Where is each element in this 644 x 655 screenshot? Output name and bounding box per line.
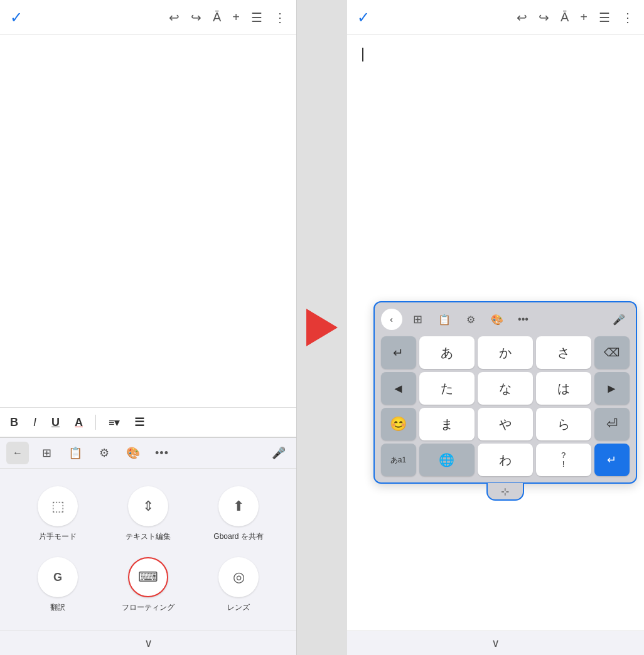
share-icon: ⬆ — [218, 486, 259, 526]
left-panel: ✓ ↩ ↪ Ā + ☰ ⋮ B I U A ≡▾ ☰ ← ⊞ 📋 ⚙ 🎨 •••… — [0, 0, 297, 655]
translate-icon: G — [38, 557, 78, 597]
left-toolbar: ✓ ↩ ↪ Ā + ☰ ⋮ — [0, 0, 296, 35]
right-add-icon[interactable]: + — [580, 10, 588, 24]
fk-ha-key[interactable]: は — [536, 372, 591, 405]
redo-icon[interactable]: ↪ — [191, 10, 201, 25]
kb-emoji-board-icon[interactable]: ⊞ — [35, 442, 58, 464]
floating-keyboard: ‹ ⊞ 📋 ⚙ 🎨 ••• 🎤 ↵ あ か さ ⌫ ◄ た な — [373, 301, 637, 484]
fk-dots-icon[interactable]: ••• — [513, 309, 534, 330]
fk-drag-handle[interactable]: ⊹ — [486, 483, 524, 501]
underline-button[interactable]: U — [49, 413, 62, 432]
left-keyboard-area: ← ⊞ 📋 ⚙ 🎨 ••• 🎤 ⬚ 片手モード ⇕ テキスト編集 ⬆ Gboar… — [0, 437, 296, 655]
right-more-icon[interactable]: ⋮ — [621, 10, 634, 25]
lens-label: レンズ — [227, 602, 250, 613]
one-hand-menu-item[interactable]: ⬚ 片手モード — [13, 479, 103, 550]
list-button[interactable]: ☰ — [132, 413, 147, 432]
bold-button[interactable]: B — [8, 413, 21, 432]
kb-menu-grid: ⬚ 片手モード ⇕ テキスト編集 ⬆ Gboard を共有 G 翻訳 ⌨ フロー… — [0, 469, 296, 631]
fk-toolbar: ‹ ⊞ 📋 ⚙ 🎨 ••• 🎤 — [378, 306, 632, 334]
fk-ya-key[interactable]: や — [478, 408, 533, 440]
text-format-icon[interactable]: Ā — [213, 10, 221, 24]
align-button[interactable]: ≡▾ — [106, 414, 122, 431]
comment-icon[interactable]: ☰ — [251, 10, 262, 25]
drag-icon: ⊹ — [501, 486, 509, 498]
fk-back-icon[interactable]: ‹ — [381, 309, 402, 330]
floating-label: フローティング — [122, 602, 174, 613]
left-bottom-bar: ∨ — [0, 631, 296, 655]
fk-ra-key[interactable]: ら — [536, 408, 591, 440]
kb-dots-icon[interactable]: ••• — [151, 442, 173, 464]
text-edit-menu-item[interactable]: ⇕ テキスト編集 — [103, 479, 193, 550]
right-comment-icon[interactable]: ☰ — [599, 10, 610, 25]
fk-submit-key[interactable]: ↵ — [594, 444, 630, 476]
share-label: Gboard を共有 — [213, 531, 263, 542]
format-toolbar: B I U A ≡▾ ☰ — [0, 407, 296, 437]
fk-emoji-key[interactable]: 😊 — [381, 408, 416, 440]
right-undo-icon[interactable]: ↩ — [517, 10, 527, 25]
fk-ka-key[interactable]: か — [478, 336, 533, 369]
right-arrow-icon — [306, 309, 338, 346]
fk-punctuation-key[interactable]: ?! — [536, 444, 591, 476]
more-icon[interactable]: ⋮ — [274, 10, 286, 25]
italic-button[interactable]: I — [31, 413, 39, 432]
share-menu-item[interactable]: ⬆ Gboard を共有 — [193, 479, 284, 550]
add-icon[interactable]: + — [232, 10, 240, 24]
fk-ta-key[interactable]: た — [419, 372, 475, 405]
right-redo-icon[interactable]: ↪ — [539, 10, 549, 25]
right-panel: ✓ ↩ ↪ Ā + ☰ ⋮ ‹ ⊞ 📋 ⚙ 🎨 ••• 🎤 — [347, 0, 644, 655]
fk-wa-key[interactable]: わ — [478, 444, 533, 476]
arrow-divider — [297, 0, 347, 655]
fk-backspace-key[interactable]: ⌫ — [594, 336, 630, 369]
floating-icon: ⌨ — [128, 557, 168, 597]
one-hand-icon: ⬚ — [38, 486, 78, 526]
right-text-format-icon[interactable]: Ā — [561, 10, 569, 24]
fk-na-key[interactable]: な — [478, 372, 533, 405]
floating-menu-item[interactable]: ⌨ フローティング — [103, 550, 193, 620]
fk-globe-key[interactable]: 🌐 — [419, 444, 475, 476]
kb-settings-icon[interactable]: ⚙ — [93, 442, 115, 464]
text-cursor — [362, 48, 363, 61]
check-icon[interactable]: ✓ — [10, 9, 23, 26]
right-toolbar: ✓ ↩ ↪ Ā + ☰ ⋮ — [347, 0, 644, 35]
lens-icon: ◎ — [218, 557, 259, 597]
fk-left-key[interactable]: ◄ — [381, 372, 416, 405]
fk-right-key[interactable]: ► — [594, 372, 630, 405]
floating-keyboard-wrapper: ‹ ⊞ 📋 ⚙ 🎨 ••• 🎤 ↵ あ か さ ⌫ ◄ た な — [378, 301, 631, 501]
fk-mic-icon[interactable]: 🎤 — [608, 309, 630, 330]
lens-menu-item[interactable]: ◎ レンズ — [193, 550, 284, 620]
translate-menu-item[interactable]: G 翻訳 — [13, 550, 103, 620]
one-hand-label: 片手モード — [39, 531, 77, 542]
fk-palette-icon[interactable]: 🎨 — [486, 309, 508, 330]
left-doc-area — [0, 35, 296, 407]
right-check-icon[interactable]: ✓ — [357, 9, 370, 26]
undo-icon[interactable]: ↩ — [169, 10, 180, 25]
fk-settings-icon[interactable]: ⚙ — [460, 309, 481, 330]
kb-back-icon[interactable]: ← — [6, 442, 29, 464]
fk-emoji-board-icon[interactable]: ⊞ — [407, 309, 429, 330]
left-chevron-icon[interactable]: ∨ — [144, 636, 153, 650]
fmt-divider — [95, 415, 96, 430]
fk-clipboard-icon[interactable]: 📋 — [434, 309, 455, 330]
fk-keys: ↵ あ か さ ⌫ ◄ た な は ► 😊 ま や ら ⏎ あa1 🌐 — [378, 334, 632, 479]
text-edit-label: テキスト編集 — [126, 531, 171, 542]
fk-a-key[interactable]: あ — [419, 336, 475, 369]
kb-clipboard-icon[interactable]: 📋 — [64, 442, 87, 464]
translate-label: 翻訳 — [50, 602, 65, 613]
fk-a1-key[interactable]: あa1 — [381, 444, 416, 476]
kb-palette-icon[interactable]: 🎨 — [122, 442, 144, 464]
fk-enter-key[interactable]: ↵ — [381, 336, 416, 369]
fk-ma-key[interactable]: ま — [419, 408, 475, 440]
kb-mic-icon[interactable]: 🎤 — [267, 442, 290, 464]
text-edit-icon: ⇕ — [128, 486, 168, 526]
fk-sa-key[interactable]: さ — [536, 336, 591, 369]
right-bottom-bar: ∨ — [347, 631, 644, 655]
fk-newline-key[interactable]: ⏎ — [594, 408, 630, 440]
kb-toolbar: ← ⊞ 📋 ⚙ 🎨 ••• 🎤 — [0, 438, 296, 469]
right-chevron-icon[interactable]: ∨ — [491, 636, 500, 650]
color-button[interactable]: A — [72, 413, 85, 432]
